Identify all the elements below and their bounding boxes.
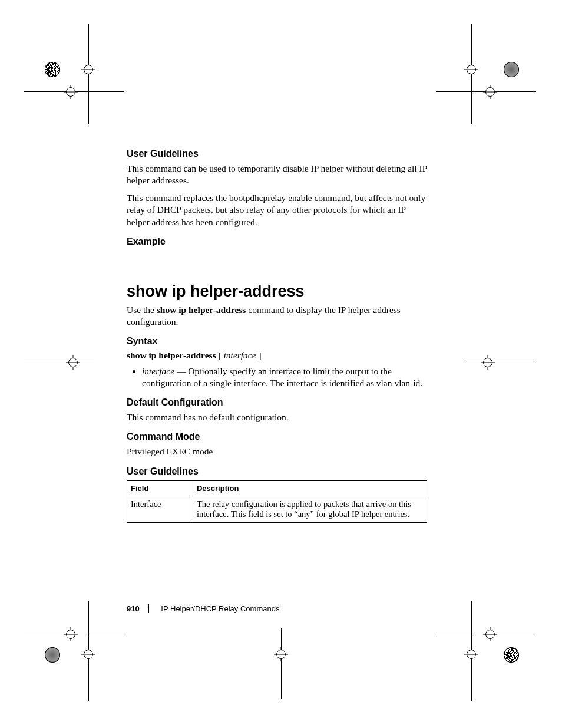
crosshair-icon	[274, 647, 288, 661]
crosshair-icon	[481, 355, 495, 370]
table-row: Interface The relay configuration is app…	[127, 496, 427, 522]
heading-example: Example	[127, 236, 427, 247]
command-title: show ip helper-address	[127, 282, 427, 301]
para: This command has no default configuratio…	[127, 411, 427, 423]
crosshair-icon	[81, 647, 95, 661]
registration-disc-icon	[504, 62, 519, 77]
list-item: interface — Optionally specify an interf…	[142, 365, 427, 389]
crosshair-icon	[483, 627, 497, 641]
crop-line	[281, 628, 282, 699]
command-name-inline: show ip helper-address	[157, 305, 246, 315]
chapter-title: IP Helper/DHCP Relay Commands	[148, 604, 279, 613]
text: — Optionally specify an interface to lim…	[142, 366, 422, 388]
heading-user-guidelines-1: User Guidelines	[127, 149, 427, 159]
crosshair-icon	[81, 62, 95, 77]
text: Use the	[127, 305, 157, 315]
crop-line	[24, 363, 94, 363]
table-header-row: Field Description	[127, 480, 427, 496]
fields-table: Field Description Interface The relay co…	[127, 480, 427, 523]
crosshair-icon	[464, 647, 478, 661]
heading-command-mode: Command Mode	[127, 431, 427, 442]
heading-default-config: Default Configuration	[127, 397, 427, 408]
crop-line	[465, 363, 536, 363]
table-cell-field: Interface	[127, 496, 193, 522]
page-number: 910	[127, 604, 140, 613]
table-header-description: Description	[193, 480, 427, 496]
syntax-line: show ip helper-address [ interface ]	[127, 350, 427, 361]
table-cell-description: The relay configuration is applied to pa…	[193, 496, 427, 522]
crosshair-icon	[483, 85, 497, 99]
text: [	[216, 350, 224, 360]
registration-disc-icon	[45, 62, 60, 77]
para: This command replaces the bootpdhcprelay…	[127, 192, 427, 228]
registration-disc-icon	[45, 647, 60, 663]
page-body: User Guidelines This command can be used…	[127, 149, 427, 523]
text: ]	[256, 350, 262, 360]
heading-user-guidelines-2: User Guidelines	[127, 466, 427, 477]
para: Privileged EXEC mode	[127, 446, 427, 457]
crosshair-icon	[464, 62, 478, 77]
syntax-command: show ip helper-address	[127, 350, 216, 360]
registration-disc-icon	[504, 647, 519, 663]
para: This command can be used to temporarily …	[127, 163, 427, 186]
command-intro: Use the show ip helper-address command t…	[127, 304, 427, 328]
crosshair-icon	[64, 85, 78, 99]
syntax-arg: interface	[224, 350, 256, 360]
page-footer: 910 IP Helper/DHCP Relay Commands	[127, 604, 286, 613]
arg-name: interface	[142, 366, 174, 376]
heading-syntax: Syntax	[127, 336, 427, 347]
syntax-bullets: interface — Optionally specify an interf…	[127, 365, 427, 389]
crosshair-icon	[64, 627, 78, 641]
crosshair-icon	[66, 355, 80, 370]
table-header-field: Field	[127, 480, 193, 496]
